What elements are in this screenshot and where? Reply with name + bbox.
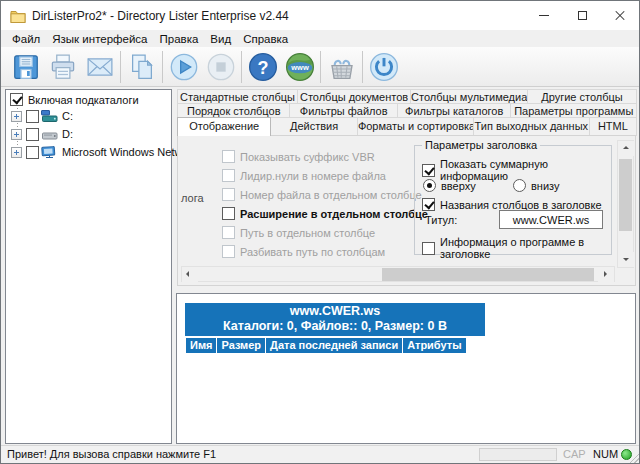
help-icon: ? xyxy=(247,51,279,83)
save-button[interactable] xyxy=(7,50,44,84)
menu-edit[interactable]: Правка xyxy=(153,32,204,46)
start-button[interactable] xyxy=(165,50,202,84)
minimize-button[interactable] xyxy=(525,1,563,30)
column-attributes: Атрибуты xyxy=(403,337,466,354)
checkbox-extension-column[interactable]: Расширение в отдельном столбце xyxy=(222,207,428,220)
vertical-scroll-thumb[interactable] xyxy=(619,159,632,231)
arrow-up-icon xyxy=(623,146,629,149)
network-icon xyxy=(41,146,58,159)
horizontal-scroll-thumb[interactable] xyxy=(382,268,594,281)
window-controls xyxy=(525,1,639,30)
toolbar: ? www xyxy=(1,47,639,87)
checkbox-box[interactable] xyxy=(26,128,39,141)
copy-button[interactable] xyxy=(123,50,160,84)
tab-row-output: Отображение Действия Форматы и сортировк… xyxy=(177,117,636,136)
exit-button[interactable] xyxy=(365,50,402,84)
tab-row-filters: Порядок столбцов Фильтры файлов Фильтры … xyxy=(177,103,636,118)
tree-item-drive-c[interactable]: C: xyxy=(11,108,73,124)
save-icon xyxy=(11,52,41,82)
checkbox-file-number-column[interactable]: Номер файла в отдельном столбце xyxy=(222,188,428,201)
checkbox-path-column[interactable]: Путь в отдельном столбце xyxy=(222,226,428,239)
scroll-right-button[interactable] xyxy=(598,267,614,282)
website-button[interactable]: www xyxy=(281,50,318,84)
group-title: Параметры заголовка xyxy=(422,139,540,151)
checkbox-leading-zeros[interactable]: Лидир.нули в номере файла xyxy=(222,169,428,182)
title-input[interactable] xyxy=(499,210,603,229)
status-bar: Привет! Для вызова справки нажмите F1 CA… xyxy=(1,445,639,463)
menu-file[interactable]: Файл xyxy=(6,32,46,46)
expand-plus-icon[interactable] xyxy=(11,111,22,122)
expand-plus-icon[interactable] xyxy=(11,129,22,140)
checkbox-program-info-header[interactable]: Информация о программе в заголовке xyxy=(422,236,611,260)
scroll-up-button[interactable] xyxy=(618,141,634,156)
basket-button[interactable] xyxy=(323,50,360,84)
email-button[interactable] xyxy=(81,50,118,84)
radio-bottom[interactable]: внизу xyxy=(513,179,559,192)
menu-help[interactable]: Справка xyxy=(237,32,294,46)
copy-icon xyxy=(127,52,157,82)
maximize-button[interactable] xyxy=(563,1,601,30)
menu-language[interactable]: Язык интерфейса xyxy=(46,32,153,46)
radio-top[interactable]: вверху xyxy=(423,179,476,192)
tab-other-columns[interactable]: Другие столбцы xyxy=(527,89,637,104)
checkbox-split-path[interactable]: Разбивать путь по столбцам xyxy=(222,245,428,258)
www-globe-icon: www xyxy=(284,51,316,83)
column-name: Имя xyxy=(185,337,217,354)
tab-file-filters[interactable]: Фильтры файлов xyxy=(289,103,397,118)
checkbox-vbr-suffix[interactable]: Показывать суффикс VBR xyxy=(222,150,428,163)
scroll-left-button[interactable] xyxy=(182,267,198,282)
status-panel xyxy=(479,448,557,461)
arrow-left-icon xyxy=(186,271,189,277)
svg-text:?: ? xyxy=(257,57,268,77)
tab-actions[interactable]: Действия xyxy=(270,117,358,136)
radio-button xyxy=(513,179,526,192)
expand-plus-icon[interactable] xyxy=(11,147,22,158)
toolbar-separator xyxy=(162,51,163,83)
checkbox-box xyxy=(10,93,23,106)
toolbar-separator xyxy=(120,51,121,83)
radio-button xyxy=(423,179,436,192)
checkbox-box[interactable] xyxy=(26,146,39,159)
tree-item-network[interactable]: Microsoft Windows Network xyxy=(11,144,198,160)
menu-bar: Файл Язык интерфейса Правка Вид Справка xyxy=(1,30,639,47)
menu-view[interactable]: Вид xyxy=(204,32,237,46)
scroll-down-button[interactable] xyxy=(618,252,634,267)
tab-media-columns[interactable]: Столбцы мультимедиа xyxy=(410,89,528,104)
tab-standard-columns[interactable]: Стандартные столбцы xyxy=(177,89,298,104)
preview-header: www.CWER.ws Каталоги: 0, Файлов:: 0, Раз… xyxy=(185,303,485,336)
preview-title: www.CWER.ws xyxy=(185,304,485,319)
maximize-icon xyxy=(578,11,587,20)
include-subfolders-checkbox[interactable]: Включая подкаталоги xyxy=(10,93,139,106)
arrow-down-icon xyxy=(623,258,629,261)
html-preview-panel: www.CWER.ws Каталоги: 0, Файлов:: 0, Раз… xyxy=(176,293,636,444)
tab-html[interactable]: HTML xyxy=(589,117,637,136)
checkbox-box xyxy=(222,169,235,182)
minimize-icon xyxy=(539,15,549,16)
vertical-scrollbar[interactable] xyxy=(617,140,634,268)
window-title: DirListerPro2* - Directory Lister Enterp… xyxy=(32,9,289,23)
header-options-group: Параметры заголовка Показать суммарную и… xyxy=(414,145,612,255)
start-icon xyxy=(168,51,200,83)
folder-app-icon xyxy=(10,9,26,23)
column-last-write: Дата последней записи xyxy=(266,337,403,354)
print-button[interactable] xyxy=(44,50,81,84)
tab-folder-filters[interactable]: Фильтры каталогов xyxy=(397,103,512,118)
horizontal-scrollbar[interactable] xyxy=(181,266,615,282)
close-button[interactable] xyxy=(601,1,639,30)
title-bar[interactable]: DirListerPro2* - Directory Lister Enterp… xyxy=(1,1,639,30)
column-size: Размер xyxy=(217,337,266,354)
checkbox-box xyxy=(222,245,235,258)
folder-tree-panel: Включая подкаталоги C: D: Microso xyxy=(5,89,172,444)
tree-item-drive-d[interactable]: D: xyxy=(11,126,73,142)
help-button[interactable]: ? xyxy=(244,50,281,84)
tab-program-options[interactable]: Параметры программы xyxy=(510,103,637,118)
tab-document-columns[interactable]: Столбцы документов xyxy=(297,89,411,104)
tab-display[interactable]: Отображение xyxy=(177,117,271,136)
tab-column-order[interactable]: Порядок столбцов xyxy=(177,103,290,118)
tab-output-type[interactable]: Тип выходных данных xyxy=(473,117,590,136)
caps-lock-indicator: CAP xyxy=(563,448,586,460)
tab-formats-sorting[interactable]: Форматы и сортировка xyxy=(357,117,474,136)
power-icon xyxy=(368,51,400,83)
app-window: DirListerPro2* - Directory Lister Enterp… xyxy=(0,0,640,464)
checkbox-box[interactable] xyxy=(26,110,39,123)
